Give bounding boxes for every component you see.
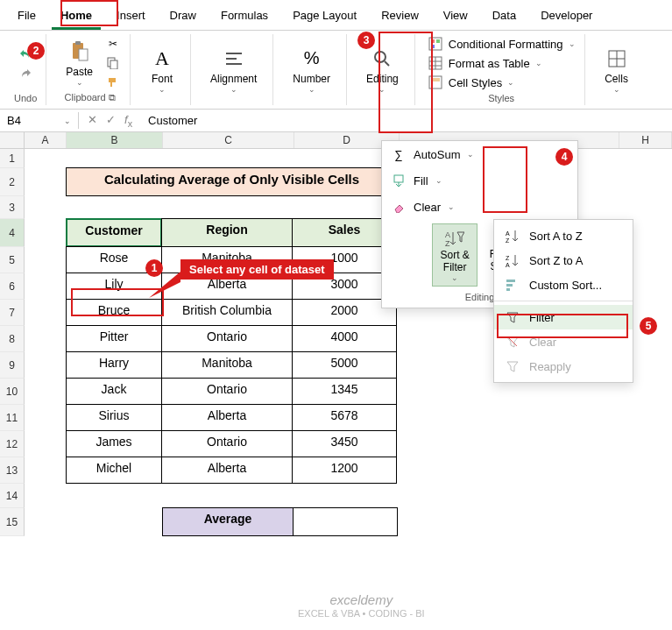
row-15[interactable]: 15 xyxy=(0,508,25,536)
ribbon: Undo Paste ⌄ ✂ Clipboard ⧉ A Font ⌄ xyxy=(0,31,672,110)
table-cell[interactable]: Ontario xyxy=(161,430,293,457)
row-14[interactable]: 14 xyxy=(0,484,25,508)
svg-rect-12 xyxy=(436,39,440,43)
col-c[interactable]: C xyxy=(163,132,294,148)
cell-styles-button[interactable]: Cell Styles ⌄ xyxy=(428,74,514,90)
table-cell[interactable]: Ontario xyxy=(161,378,293,405)
row-9[interactable]: 9 xyxy=(0,352,25,379)
fx-icon[interactable]: fx xyxy=(124,113,132,129)
svg-line-9 xyxy=(385,61,389,66)
table-icon xyxy=(428,55,443,71)
header-region[interactable]: Region xyxy=(161,218,293,247)
table-cell[interactable]: Lily xyxy=(66,273,162,300)
col-h[interactable]: H xyxy=(619,132,672,148)
table-cell[interactable]: Harry xyxy=(66,351,162,379)
cut-icon[interactable]: ✂ xyxy=(105,36,121,52)
row-13[interactable]: 13 xyxy=(0,457,25,484)
svg-text:Z: Z xyxy=(506,237,510,243)
title-cell[interactable]: Calculating Average of Only Visible Cell… xyxy=(66,167,398,196)
fill-button[interactable]: Fill ⌄ xyxy=(382,167,577,194)
filter-item[interactable]: Filter xyxy=(494,305,633,329)
svg-text:Z: Z xyxy=(445,239,450,248)
row-1[interactable]: 1 xyxy=(0,149,25,168)
editing-button[interactable]: Editing ⌄ xyxy=(359,43,406,97)
row-11[interactable]: 11 xyxy=(0,405,25,431)
name-box[interactable]: B4⌄ xyxy=(0,112,79,129)
sort-asc-icon: AZ xyxy=(505,229,520,243)
tab-file[interactable]: File xyxy=(9,4,45,30)
select-all-corner[interactable] xyxy=(0,132,25,148)
format-as-table-button[interactable]: Format as Table ⌄ xyxy=(428,55,542,71)
custom-sort-item[interactable]: Custom Sort... xyxy=(494,273,633,297)
tab-draw[interactable]: Draw xyxy=(161,4,205,30)
table-cell[interactable]: Bruce xyxy=(66,299,162,326)
font-button[interactable]: A Font ⌄ xyxy=(143,43,181,97)
table-cell[interactable]: Rose xyxy=(66,246,162,273)
sigma-icon: ∑ xyxy=(391,146,407,162)
tab-pagelayout[interactable]: Page Layout xyxy=(284,4,365,30)
formula-input[interactable]: Customer xyxy=(141,112,672,129)
table-cell[interactable]: 1345 xyxy=(292,378,397,405)
tab-home[interactable]: Home xyxy=(52,4,101,30)
table-cell[interactable]: 3450 xyxy=(292,430,397,457)
clear-button[interactable]: Clear ⌄ xyxy=(382,194,577,220)
col-a[interactable]: A xyxy=(25,132,67,148)
enter-icon[interactable]: ✓ xyxy=(106,113,116,129)
table-cell[interactable]: 4000 xyxy=(292,325,397,352)
table-cell[interactable]: Pitter xyxy=(66,325,162,352)
average-value-cell[interactable] xyxy=(293,507,398,536)
table-cell[interactable]: 5000 xyxy=(292,351,397,379)
paste-button[interactable]: Paste ⌄ xyxy=(59,36,100,90)
header-customer[interactable]: Customer xyxy=(66,218,162,247)
conditional-formatting-button[interactable]: Conditional Formatting ⌄ xyxy=(428,36,576,52)
autosum-button[interactable]: ∑AutoSum ⌄ xyxy=(382,141,577,167)
reapply-item[interactable]: Reapply xyxy=(494,354,633,379)
paste-icon xyxy=(67,39,92,64)
filter-icon xyxy=(505,310,520,324)
row-10[interactable]: 10 xyxy=(0,379,25,405)
svg-rect-19 xyxy=(431,78,440,81)
format-painter-icon[interactable] xyxy=(105,74,121,90)
number-button[interactable]: % Number ⌄ xyxy=(286,43,337,97)
row-12[interactable]: 12 xyxy=(0,431,25,457)
group-undo: Undo xyxy=(5,34,46,105)
alignment-button[interactable]: Alignment ⌄ xyxy=(203,43,264,97)
table-cell[interactable]: 1200 xyxy=(292,457,397,484)
clear-filter-item[interactable]: Clear xyxy=(494,329,633,354)
row-5[interactable]: 5 xyxy=(0,247,25,273)
svg-rect-4 xyxy=(110,60,117,69)
table-cell[interactable]: Manitoba xyxy=(161,351,293,379)
copy-icon[interactable] xyxy=(105,55,121,71)
table-cell[interactable]: Jack xyxy=(66,378,162,405)
sort-asc-item[interactable]: AZSort A to Z xyxy=(494,223,633,248)
table-cell[interactable]: 5678 xyxy=(292,404,397,431)
row-8[interactable]: 8 xyxy=(0,326,25,352)
cancel-icon[interactable]: ✕ xyxy=(88,113,97,129)
row-7[interactable]: 7 xyxy=(0,300,25,326)
svg-text:A: A xyxy=(506,262,510,267)
tab-view[interactable]: View xyxy=(435,4,477,30)
tab-insert[interactable]: Insert xyxy=(108,4,154,30)
redo-icon[interactable] xyxy=(18,66,33,81)
average-label-cell[interactable]: Average xyxy=(162,507,294,536)
table-cell[interactable]: James xyxy=(66,430,162,457)
table-cell[interactable]: Michel xyxy=(66,457,162,484)
table-cell[interactable]: Alberta xyxy=(161,457,293,484)
table-cell[interactable]: Sirius xyxy=(66,404,162,431)
row-3[interactable]: 3 xyxy=(0,196,25,219)
sort-desc-item[interactable]: ZASort Z to A xyxy=(494,248,633,273)
table-cell[interactable]: Ontario xyxy=(161,325,293,352)
tab-review[interactable]: Review xyxy=(372,4,428,30)
row-6[interactable]: 6 xyxy=(0,273,25,300)
row-2[interactable]: 2 xyxy=(0,168,25,196)
table-cell[interactable]: Alberta xyxy=(161,404,293,431)
tab-developer[interactable]: Developer xyxy=(532,4,601,30)
col-b[interactable]: B xyxy=(67,132,163,148)
row-4[interactable]: 4 xyxy=(0,219,25,247)
tab-data[interactable]: Data xyxy=(484,4,525,30)
tab-formulas[interactable]: Formulas xyxy=(212,4,277,30)
cells-button[interactable]: Cells ⌄ xyxy=(598,43,636,97)
undo-icon[interactable] xyxy=(18,46,33,62)
table-cell[interactable]: British Columbia xyxy=(161,299,293,326)
sort-filter-button[interactable]: AZ Sort & Filter⌄ xyxy=(432,223,477,287)
